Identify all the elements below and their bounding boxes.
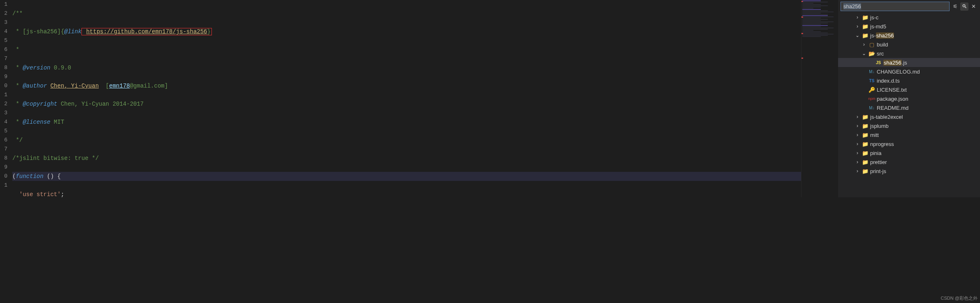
explorer-search-bar: sha256 ⚟ 🔍︎ ✕ — [838, 0, 980, 13]
jsdoc-name: [js-sha256] — [23, 28, 60, 35]
license-value: MIT — [50, 119, 64, 125]
tree-item-mitt[interactable]: ›📁mitt — [838, 130, 980, 139]
tree-item-jsplumb[interactable]: ›📁jsplumb — [838, 121, 980, 130]
filter-icon[interactable]: ⚟ — [951, 2, 959, 11]
tree-item-license-txt[interactable]: 🔑LICENSE.txt — [838, 85, 980, 94]
jslint-directive: /*jslint bitwise: true */ — [12, 155, 99, 162]
tree-label: js-c — [870, 14, 878, 21]
jsdoc-license-tag: @license — [23, 119, 50, 125]
close-search-icon[interactable]: ✕ — [969, 2, 978, 11]
tree-item-src[interactable]: ⌄📂src — [838, 49, 980, 58]
chevron-icon[interactable]: › — [855, 159, 860, 165]
tree-label: README.md — [877, 105, 908, 111]
chevron-icon[interactable]: › — [855, 23, 860, 29]
tree-label: js-md5 — [870, 23, 886, 30]
tree-item-build[interactable]: ›▢build — [838, 40, 980, 49]
tree-item-sha256-js[interactable]: JSsha256.js — [838, 58, 980, 67]
chevron-icon[interactable]: ⌄ — [861, 51, 867, 56]
editor-area: 123456789012345678901 /** * [js-sha256]{… — [0, 0, 838, 197]
tree-label: mitt — [870, 132, 879, 138]
file-md-icon: M↓ — [869, 69, 875, 74]
file-lic-icon: 🔑 — [869, 87, 875, 93]
chevron-icon[interactable]: › — [855, 168, 860, 174]
github-link[interactable]: https://github.com/emn178/js-sha256 — [86, 28, 207, 35]
chevron-icon[interactable]: › — [855, 123, 860, 129]
file-md-icon: M↓ — [869, 106, 875, 110]
tree-label: index.d.ts — [877, 78, 900, 84]
folder-alt-icon: ▢ — [869, 42, 875, 48]
tree-item-changelog-md[interactable]: M↓CHANGELOG.md — [838, 67, 980, 76]
jsdoc-link-tag: @link — [64, 28, 81, 35]
tree-label: nprogress — [870, 141, 894, 147]
search-submit-icon[interactable]: 🔍︎ — [960, 2, 968, 11]
chevron-icon[interactable]: › — [855, 14, 860, 20]
folder-icon: 📁 — [862, 132, 869, 138]
jsdoc-version-tag: @version — [23, 65, 50, 71]
chevron-icon[interactable]: › — [855, 141, 860, 147]
folder-icon: 📁 — [862, 159, 869, 165]
file-tree: ›📁js-c›📁js-md5⌄📁js-sha256›▢build⌄📂srcJSs… — [838, 13, 980, 197]
tree-item-package-json[interactable]: npmpackage.json — [838, 94, 980, 103]
tree-item-js-md5[interactable]: ›📁js-md5 — [838, 22, 980, 31]
redbox-link: https://github.com/emn178/js-sha256} — [81, 28, 212, 35]
file-npm-icon: npm — [869, 97, 875, 101]
use-strict: 'use strict' — [19, 191, 61, 197]
jsdoc-copyright-tag: @copyright — [23, 101, 57, 107]
tree-item-js-c[interactable]: ›📁js-c — [838, 13, 980, 22]
folder-icon: 📁 — [862, 114, 869, 120]
file-js-icon: JS — [875, 60, 882, 65]
folder-icon: 📁 — [862, 14, 869, 21]
tree-label: prettier — [870, 159, 887, 165]
tree-label: jsplumb — [870, 123, 889, 129]
folder-src-icon: 📂 — [869, 51, 875, 57]
author-name: Chen, Yi-Cyuan — [50, 83, 99, 89]
tree-item-js-sha256[interactable]: ⌄📁js-sha256 — [838, 31, 980, 40]
tree-label: sha256.js — [883, 60, 907, 66]
version-value: 0.9.0 — [50, 65, 71, 71]
folder-icon: 📁 — [862, 23, 869, 30]
tree-item-pinia[interactable]: ›📁pinia — [838, 148, 980, 157]
chevron-icon[interactable]: › — [861, 42, 867, 47]
explorer-search-input[interactable]: sha256 — [841, 2, 950, 11]
tree-label: print-js — [870, 168, 886, 174]
folder-icon: 📁 — [862, 141, 869, 147]
tree-label: LICENSE.txt — [877, 87, 907, 93]
jsdoc-author-tag: @author — [23, 83, 47, 89]
tree-label: js-table2excel — [870, 114, 903, 120]
tree-label: package.json — [877, 96, 908, 102]
tree-item-readme-md[interactable]: M↓README.md — [838, 103, 980, 112]
tree-item-index-d-ts[interactable]: TSindex.d.ts — [838, 76, 980, 85]
folder-icon: 📁 — [862, 168, 869, 174]
function-keyword: function — [16, 173, 43, 180]
folder-icon: 📁 — [862, 150, 869, 156]
tree-label: src — [877, 51, 884, 57]
tree-label: js-sha256 — [870, 32, 894, 39]
tree-label: CHANGELOG.md — [877, 69, 920, 75]
folder-icon: 📁 — [862, 123, 869, 129]
tree-label: build — [877, 42, 888, 48]
file-ts-icon: TS — [869, 79, 875, 83]
chevron-icon[interactable]: ⌄ — [855, 32, 860, 38]
code-content[interactable]: /** * [js-sha256]{@link https://github.c… — [12, 0, 801, 197]
explorer-sidebar: sha256 ⚟ 🔍︎ ✕ ›📁js-c›📁js-md5⌄📁js-sha256›… — [838, 0, 980, 197]
tree-item-js-table2excel[interactable]: ›📁js-table2excel — [838, 112, 980, 121]
tree-item-print-js[interactable]: ›📁print-js — [838, 167, 980, 176]
folder-icon: 📁 — [862, 32, 869, 39]
tree-label: pinia — [870, 150, 881, 156]
tree-item-nprogress[interactable]: ›📁nprogress — [838, 139, 980, 148]
line-gutter: 123456789012345678901 — [0, 0, 12, 197]
chevron-icon[interactable]: › — [855, 132, 860, 138]
copyright-value: Chen, Yi-Cyuan 2014-2017 — [57, 101, 144, 107]
chevron-icon[interactable]: › — [855, 114, 860, 120]
minimap[interactable] — [801, 0, 838, 197]
author-email: emn178 — [109, 83, 130, 89]
tree-item-prettier[interactable]: ›📁prettier — [838, 157, 980, 167]
chevron-icon[interactable]: › — [855, 150, 860, 156]
